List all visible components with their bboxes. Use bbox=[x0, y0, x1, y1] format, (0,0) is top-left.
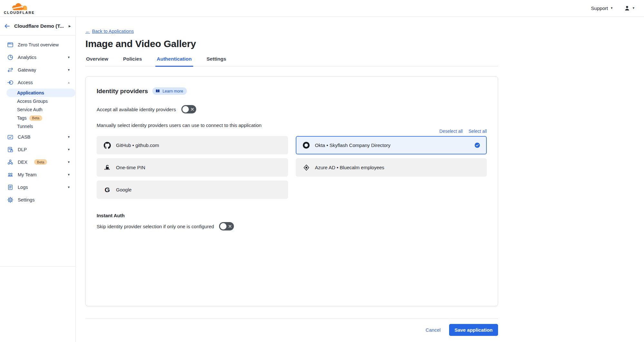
access-icon bbox=[7, 79, 14, 86]
accept-all-toggle[interactable] bbox=[181, 105, 196, 113]
svg-text:****: **** bbox=[104, 168, 110, 171]
sidebar-item-analytics[interactable]: Analytics ▼ bbox=[0, 51, 75, 64]
account-switcher[interactable]: Cloudflare Demo (T... ▶ bbox=[0, 17, 75, 35]
github-icon bbox=[103, 142, 111, 149]
chevron-down-icon: ▼ bbox=[632, 7, 635, 10]
sidebar-item-casb[interactable]: CASB ▼ bbox=[0, 131, 75, 143]
azure-ad-icon bbox=[303, 164, 310, 171]
dlp-icon bbox=[7, 146, 14, 153]
back-arrow-icon[interactable] bbox=[4, 23, 10, 29]
beta-badge: Beta bbox=[34, 159, 47, 165]
chevron-down-icon: ▼ bbox=[67, 148, 70, 151]
sidebar-item-dlp[interactable]: DLP ▼ bbox=[0, 143, 75, 156]
page-title: Image and Video Gallery bbox=[85, 38, 498, 49]
okta-icon bbox=[303, 142, 310, 149]
overview-icon bbox=[7, 41, 14, 48]
sidebar-item-dex[interactable]: DEX Beta ▼ bbox=[0, 156, 75, 168]
gear-icon bbox=[7, 196, 14, 203]
toggle-x-icon bbox=[228, 225, 232, 228]
toggle-knob bbox=[220, 223, 226, 230]
sidebar-item-tunnels[interactable]: Tunnels bbox=[0, 122, 75, 131]
provider-grid: GitHub • github.com Okta • Skyflash Comp… bbox=[97, 136, 487, 199]
toggle-x-icon bbox=[191, 108, 194, 111]
manual-select-text: Manually select identity providers users… bbox=[97, 122, 487, 128]
select-all-link[interactable]: Select all bbox=[468, 129, 487, 134]
chevron-down-icon: ▼ bbox=[67, 173, 70, 176]
beta-badge: Beta bbox=[29, 115, 43, 121]
accept-all-label: Accept all available identity providers bbox=[97, 107, 176, 112]
sidebar-item-settings[interactable]: Settings bbox=[0, 193, 75, 206]
sidebar-item-my-team[interactable]: My Team ▼ bbox=[0, 168, 75, 181]
chevron-down-icon: ▼ bbox=[67, 161, 70, 164]
google-icon: G bbox=[103, 186, 111, 194]
sidebar-item-logs[interactable]: Logs ▼ bbox=[0, 181, 75, 193]
toggle-knob bbox=[182, 106, 189, 112]
instant-auth-desc: Skip identity provider selection if only… bbox=[97, 224, 214, 229]
chevron-down-icon: ▼ bbox=[67, 56, 70, 59]
chevron-right-icon: ▶ bbox=[69, 24, 71, 28]
tab-policies[interactable]: Policies bbox=[122, 56, 143, 66]
provider-one-time-pin[interactable]: **** One-time PIN bbox=[97, 158, 288, 177]
one-time-pin-icon: **** bbox=[103, 164, 111, 171]
dex-icon bbox=[7, 159, 14, 165]
sidebar-item-zero-trust-overview[interactable]: Zero Trust overview bbox=[0, 38, 75, 51]
cancel-button[interactable]: Cancel bbox=[426, 327, 441, 333]
logs-icon bbox=[7, 184, 14, 191]
account-name: Cloudflare Demo (T... bbox=[14, 23, 64, 29]
casb-icon bbox=[7, 133, 14, 140]
save-application-button[interactable]: Save application bbox=[449, 324, 498, 336]
main-content: ← Back to Applications Image and Video G… bbox=[76, 17, 644, 342]
sidebar-item-gateway[interactable]: Gateway ▼ bbox=[0, 64, 75, 76]
team-icon bbox=[7, 171, 14, 178]
identity-providers-card: Identity providers Learn more Accept all… bbox=[85, 76, 498, 306]
person-icon bbox=[624, 5, 630, 11]
analytics-icon bbox=[7, 54, 14, 61]
chevron-down-icon: ▼ bbox=[67, 186, 70, 189]
tab-bar: Overview Policies Authentication Setting… bbox=[85, 56, 498, 66]
book-icon bbox=[155, 89, 160, 93]
support-menu[interactable]: Support ▼ bbox=[591, 5, 613, 11]
gateway-icon bbox=[7, 66, 14, 73]
instant-auth-title: Instant Auth bbox=[97, 213, 487, 218]
check-icon bbox=[475, 142, 480, 148]
learn-more-badge[interactable]: Learn more bbox=[152, 87, 187, 95]
tab-authentication[interactable]: Authentication bbox=[156, 56, 193, 66]
tab-settings[interactable]: Settings bbox=[206, 56, 227, 66]
instant-auth-toggle[interactable] bbox=[219, 222, 234, 230]
deselect-all-link[interactable]: Deselect all bbox=[439, 129, 463, 134]
left-arrow-icon: ← bbox=[85, 29, 90, 34]
footer-divider bbox=[85, 318, 498, 319]
chevron-down-icon: ▼ bbox=[67, 135, 70, 139]
provider-azure-ad[interactable]: Azure AD • Bluecalm employees bbox=[296, 158, 487, 177]
sidebar-nav: Zero Trust overview Analytics ▼ Gateway bbox=[0, 35, 75, 267]
provider-google[interactable]: G Google bbox=[97, 181, 288, 199]
cloudflare-logo[interactable]: CLOUDFLARE bbox=[4, 2, 35, 15]
chevron-down-icon: ▼ bbox=[610, 7, 613, 10]
top-bar: CLOUDFLARE Support ▼ ▼ bbox=[0, 0, 644, 17]
tab-overview[interactable]: Overview bbox=[85, 56, 109, 66]
chevron-up-icon: ▲ bbox=[67, 81, 70, 84]
sidebar: Cloudflare Demo (T... ▶ Zero Trust overv… bbox=[0, 17, 76, 342]
sidebar-item-tags[interactable]: Tags Beta bbox=[0, 114, 75, 122]
sidebar-item-applications[interactable]: Applications bbox=[6, 89, 75, 97]
sidebar-item-service-auth[interactable]: Service Auth bbox=[0, 105, 75, 114]
provider-okta[interactable]: Okta • Skyflash Company Directory bbox=[296, 136, 487, 154]
sidebar-divider bbox=[0, 266, 75, 267]
provider-github[interactable]: GitHub • github.com bbox=[97, 136, 288, 154]
footer-actions: Cancel Save application bbox=[85, 324, 498, 336]
cloudflare-cloud-icon bbox=[10, 2, 29, 10]
back-to-applications-link[interactable]: ← Back to Applications bbox=[85, 29, 134, 34]
user-menu[interactable]: ▼ bbox=[624, 5, 635, 11]
chevron-down-icon: ▼ bbox=[67, 68, 70, 72]
card-title: Identity providers bbox=[97, 88, 148, 95]
sidebar-item-access-groups[interactable]: Access Groups bbox=[0, 97, 75, 105]
sidebar-item-access[interactable]: Access ▲ bbox=[0, 76, 75, 89]
brand-wordmark: CLOUDFLARE bbox=[4, 11, 35, 15]
